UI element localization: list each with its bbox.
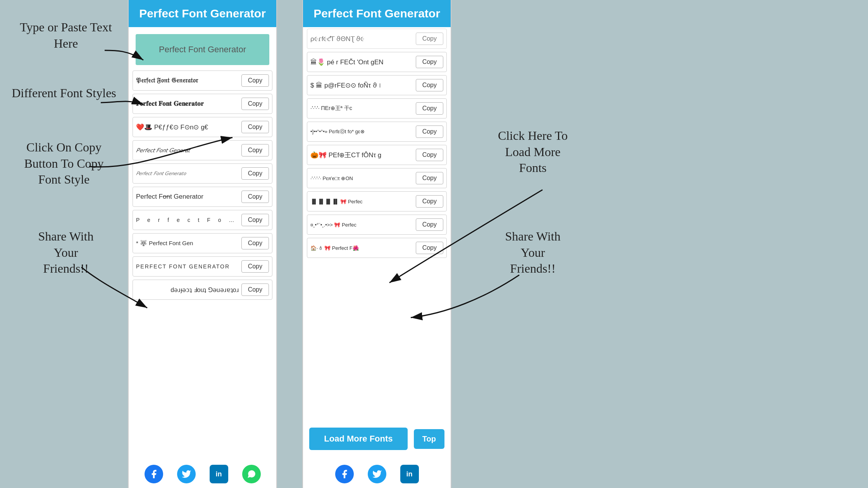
font-row-r5: 🎃🎀 PEf⊕王CT fÔNτ g Copy	[307, 145, 447, 165]
font-row-wide: P e r f e c t F o n t Copy	[133, 210, 272, 230]
left-panel-header: Perfect Font Generator	[129, 0, 276, 27]
linkedin-share-button-right[interactable]: in	[400, 465, 419, 483]
left-social-row: in	[129, 458, 276, 488]
facebook-share-button-right[interactable]	[335, 465, 354, 483]
annotation-share-left: Share WithYourFriends!!	[16, 229, 116, 277]
twitter-share-button[interactable]	[177, 465, 196, 483]
font-text: 𝘗𝘦𝘳𝘧𝘦𝘤𝘵 𝘍𝘰𝘯𝘵 𝘎𝘦𝘯𝘦𝘳𝘢𝘵	[136, 147, 239, 154]
copy-button-7[interactable]: Copy	[241, 214, 269, 226]
right-font-list: 🏛🌷 pé r FEČt 'Ont gEN Copy $ 🏛 p@rFE⊙⊙ f…	[303, 50, 451, 420]
font-row-upper: PERFECT FONT GENERATOR Copy	[133, 256, 272, 277]
font-text: •]••°•°•» PεrfεⓄt fo* gε⊗	[310, 128, 413, 135]
font-row-emoji1: ❤️🎩 P€ƒƒ€⊙ F⊙n⊙ g€ Copy	[133, 117, 272, 137]
whatsapp-share-button[interactable]	[242, 465, 261, 483]
annotation-font-styles: Different Font Styles	[12, 85, 116, 101]
font-text: 𝘗𝘦𝘳𝘧𝘦𝘤𝘵 𝘍𝘰𝘯𝘵 𝘎𝘦𝘯𝘦𝘳𝘢𝘵𝘰	[136, 170, 239, 177]
font-row-r8: ¤¸•°¨•¸.•>> 🎀 Perfec Copy	[307, 215, 447, 235]
font-text: ❤️🎩 P€ƒƒ€⊙ F⊙n⊙ g€	[136, 123, 239, 131]
copy-button-9[interactable]: Copy	[241, 260, 269, 273]
font-text: ρ૯ɾf૯ƈƬ ϑΘΝƮ ϑ૯	[310, 35, 413, 43]
copy-button-r5[interactable]: Copy	[416, 149, 443, 161]
font-row-r4: •]••°•°•» PεrfεⓄt fo* gε⊗ Copy	[307, 122, 447, 142]
right-panel-header: Perfect Font Generator	[303, 0, 451, 27]
font-text: ▐▌▐▌▐▌▐▌ 🎀 Perfec	[310, 199, 413, 204]
font-row-partial-top: ρ૯ɾf૯ƈƬ ϑΘΝƮ ϑ૯ Copy	[307, 29, 447, 49]
font-row-r1: 🏛🌷 pé r FEČt 'Ont gEN Copy	[307, 52, 447, 72]
font-text: ·'·'·'·'· Pεя'e□τ ⊕ON	[310, 175, 413, 181]
font-row-reverse: ɹoʇɐɹǝuǝ⅁ ʇuoℲ ʇɔǝɟɹǝd Copy	[133, 280, 272, 300]
font-row-italic1: 𝘗𝘦𝘳𝘧𝘦𝘤𝘵 𝘍𝘰𝘯𝘵 𝘎𝘦𝘯𝘦𝘳𝘢𝘵 Copy	[133, 140, 272, 160]
copy-button-5[interactable]: Copy	[241, 167, 269, 180]
font-text: 𝔓𝔢𝔯𝔣𝔢𝔠𝔱 𝔉𝔬𝔫𝔱 𝔊𝔢𝔫𝔢𝔯𝔞𝔱𝔬𝔯	[136, 77, 239, 84]
font-text: $ 🏛 p@rFE⊙⊙ foÑτ ϑ꒐	[310, 81, 413, 89]
linkedin-share-button[interactable]: in	[210, 465, 228, 483]
twitter-share-button-right[interactable]	[368, 465, 386, 483]
copy-button-r3[interactable]: Copy	[416, 102, 443, 115]
font-text: * 🐺 Perfect Font Gen	[136, 240, 239, 247]
copy-button-r6[interactable]: Copy	[416, 172, 443, 184]
font-row-wolf: * 🐺 Perfect Font Gen Copy	[133, 233, 272, 253]
copy-button-3[interactable]: Copy	[241, 121, 269, 133]
annotation-click-load: Click Here ToLoad MoreFonts	[477, 128, 589, 176]
font-row-r7: ▐▌▐▌▐▌▐▌ 🎀 Perfec Copy	[307, 191, 447, 211]
font-text: 🎃🎀 PEf⊕王CT fÔNτ g	[310, 151, 413, 160]
font-text: P e r f e c t F o n t	[136, 217, 239, 223]
copy-button-8[interactable]: Copy	[241, 237, 269, 249]
font-row-fraktur: 𝔓𝔢𝔯𝔣𝔢𝔠𝔱 𝔉𝔬𝔫𝔱 𝔊𝔢𝔫𝔢𝔯𝔞𝔱𝔬𝔯 Copy	[133, 70, 272, 91]
annotation-click-copy: Click On CopyButton To CopyFont Style	[8, 139, 120, 188]
font-row-r3: ·'·'·'· ΠEr⊕王ª 干c Copy	[307, 98, 447, 119]
font-row-r2: $ 🏛 p@rFE⊙⊙ foÑτ ϑ꒐ Copy	[307, 75, 447, 95]
font-row-r6: ·'·'·'·'· Pεя'e□τ ⊕ON Copy	[307, 168, 447, 188]
top-button[interactable]: Top	[414, 429, 444, 449]
left-phone-panel: Perfect Font Generator Perfect Font Gene…	[128, 0, 277, 488]
font-text: 🏛🌷 pé r FEČt 'Ont gEN	[310, 58, 413, 66]
copy-button-4[interactable]: Copy	[241, 144, 269, 156]
right-social-row: in	[303, 458, 451, 488]
annotation-type-paste: Type or Paste Text Here	[12, 19, 120, 52]
right-phone-panel: Perfect Font Generator ρ૯ɾf૯ƈƬ ϑΘΝƮ ϑ૯ C…	[302, 0, 451, 488]
text-input-box[interactable]: Perfect Font Generator	[136, 34, 269, 65]
copy-button-r4[interactable]: Copy	[416, 125, 443, 138]
copy-button-r8[interactable]: Copy	[416, 218, 443, 231]
font-text: 🏠·🕯 🎀 Perfect F🌺	[310, 245, 413, 251]
copy-button-6[interactable]: Copy	[241, 191, 269, 203]
font-row-bold: 𝐏𝐞𝐫𝐟𝐞𝐜𝐭 𝐅𝐨𝐧𝐭 𝐆𝐞𝐧𝐞𝐫𝐚𝐭𝐨𝐫 Copy	[133, 94, 272, 114]
font-text: ·'·'·'· ΠEr⊕王ª 干c	[310, 105, 413, 112]
font-text: ¤¸•°¨•¸.•>> 🎀 Perfec	[310, 222, 413, 228]
copy-button-r0[interactable]: Copy	[416, 33, 443, 45]
font-text: PERFECT FONT GENERATOR	[136, 263, 239, 270]
font-row-strikethrough: Perfect Font Generator Copy	[133, 187, 272, 207]
copy-button-1[interactable]: Copy	[241, 74, 269, 87]
font-row-r9: 🏠·🕯 🎀 Perfect F🌺 Copy	[307, 238, 447, 258]
left-font-list: 𝔓𝔢𝔯𝔣𝔢𝔠𝔱 𝔉𝔬𝔫𝔱 𝔊𝔢𝔫𝔢𝔯𝔞𝔱𝔬𝔯 Copy 𝐏𝐞𝐫𝐟𝐞𝐜𝐭 𝐅𝐨𝐧𝐭…	[129, 69, 276, 458]
font-text: Perfect Font Generator	[136, 193, 239, 201]
right-bottom-row: Load More Fonts Top	[303, 420, 451, 458]
copy-button-r9[interactable]: Copy	[416, 242, 443, 254]
copy-button-2[interactable]: Copy	[241, 98, 269, 110]
copy-button-10[interactable]: Copy	[241, 284, 269, 296]
facebook-share-button[interactable]	[145, 465, 163, 483]
load-more-button[interactable]: Load More Fonts	[309, 428, 408, 450]
copy-button-r2[interactable]: Copy	[416, 79, 443, 91]
font-row-italic2: 𝘗𝘦𝘳𝘧𝘦𝘤𝘵 𝘍𝘰𝘯𝘵 𝘎𝘦𝘯𝘦𝘳𝘢𝘵𝘰 Copy	[133, 163, 272, 184]
font-text: 𝐏𝐞𝐫𝐟𝐞𝐜𝐭 𝐅𝐨𝐧𝐭 𝐆𝐞𝐧𝐞𝐫𝐚𝐭𝐨𝐫	[136, 100, 239, 108]
copy-button-r7[interactable]: Copy	[416, 195, 443, 208]
copy-button-r1[interactable]: Copy	[416, 56, 443, 68]
annotation-share-right: Share WithYourFriends!!	[480, 229, 585, 277]
font-text: ɹoʇɐɹǝuǝ⅁ ʇuoℲ ʇɔǝɟɹǝd	[136, 286, 239, 294]
